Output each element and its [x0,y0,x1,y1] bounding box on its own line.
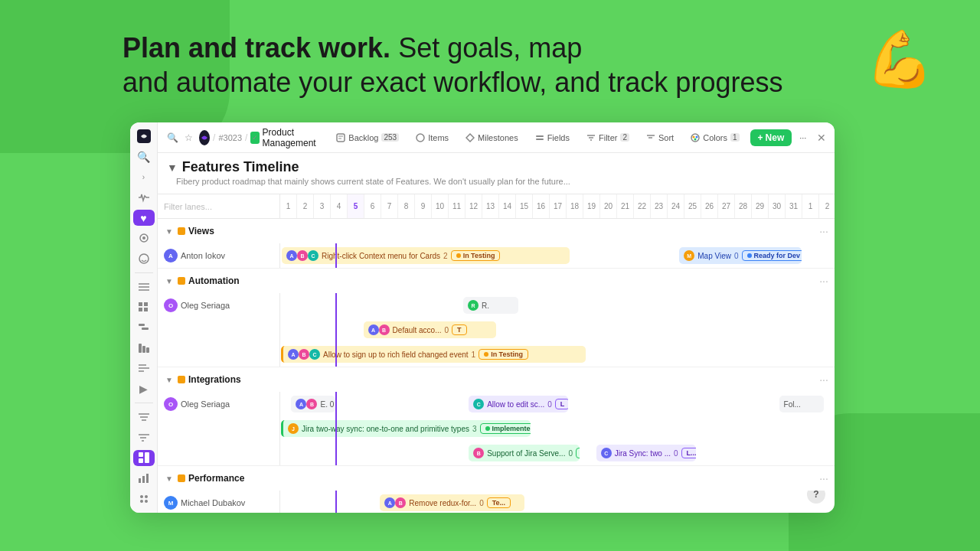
lane-more-button[interactable]: ··· [816,223,831,239]
date-cell: 19 [583,194,600,218]
close-button[interactable]: ✕ [814,130,829,145]
date-cell: 30 [769,194,786,218]
status-badge: In Testing [451,250,501,261]
filter-btn[interactable]: Filter 2 [580,131,635,145]
svg-rect-8 [144,302,148,306]
date-cell: 2 [819,194,835,218]
task-count: 0 [568,449,573,458]
sidebar-chevron-icon[interactable]: › [133,169,155,185]
date-cell: 29 [752,194,769,218]
sidebar-timeline-icon[interactable] [133,320,155,336]
breadcrumb: / #3023 / ✓ Product Management [199,127,324,148]
sidebar-filter-icon[interactable] [133,409,155,425]
task-count: 1 [472,350,476,359]
sidebar-play-icon[interactable]: ▶ [133,381,155,397]
task-bar[interactable]: A B C Right-click Context menu for Cards… [282,247,570,264]
issue-id[interactable]: #3023 [218,133,242,142]
row-label: O Oleg Seriaga [158,392,280,416]
row-label: A Anton Iokov [158,243,280,268]
sidebar-dots-icon[interactable] [133,491,155,507]
sidebar-chart-icon[interactable] [133,471,155,487]
sidebar-list-icon[interactable] [133,279,155,295]
svg-rect-15 [146,347,149,353]
status-badge: In Testing [479,349,528,360]
avatar: A [384,497,395,508]
task-label: E. 0 [320,400,334,409]
lane-more-button[interactable]: ··· [816,273,831,289]
sidebar-logo[interactable] [133,129,155,145]
task-label: Right-click Context menu for Cards [322,252,440,260]
milestones-tab[interactable]: Milestones [459,131,524,145]
task-bar[interactable]: A B Default acco... 0 T [364,321,497,338]
row-timeline: R R. [280,293,835,318]
project-name[interactable]: Product Management [263,127,325,148]
date-cell: 18 [567,194,583,218]
sidebar-circle-icon[interactable] [133,230,155,246]
collapse-icon[interactable]: ▼ [167,161,178,174]
task-label: Allow to sign up to rich field changed e… [323,350,469,359]
timeline-body[interactable]: ▼ Views ··· A Anton Iokov A [158,219,835,513]
date-cell: 24 [668,194,684,218]
lane-color-dot [178,277,185,285]
task-bar[interactable]: Fol... [779,396,824,412]
colors-btn[interactable]: Colors 1 [684,131,745,145]
svg-point-33 [140,500,143,503]
task-bar[interactable]: R R. [463,297,518,314]
filter-lanes-input[interactable] [158,194,280,218]
sort-btn[interactable]: Sort [640,131,680,145]
sidebar-active-icon[interactable] [133,450,155,466]
task-bar[interactable]: A B E. 0 [291,396,335,412]
avatar: A [164,249,178,262]
row-timeline: A B C Allow to sign up to rich field cha… [280,342,835,367]
items-tab[interactable]: Items [410,131,455,145]
avatar: M [164,496,178,510]
lane-color-dot [178,474,185,482]
lane-more-button[interactable]: ··· [816,471,831,486]
lane-toggle[interactable]: ▼ [164,226,175,236]
row-label: M Michael Dubakov [158,491,280,513]
task-bar[interactable]: C Jira Sync: two ... 0 L... [596,445,696,461]
sidebar-heart-icon[interactable]: ♥ [133,210,155,226]
lane-toggle[interactable]: ▼ [164,473,175,484]
task-label: Support of Jira Serve... [487,449,565,458]
lane-header: ▼ Performance ··· [158,466,835,491]
lane-toggle[interactable]: ▼ [164,374,175,385]
sidebar-smiley-icon[interactable] [133,250,155,266]
task-bar[interactable]: A B C Allow to sign up to rich field cha… [281,346,586,363]
star-icon[interactable]: ☆ [185,130,193,145]
nav-toolbar: Backlog 253 Items Milestones Fields [330,129,829,146]
lane-more-button[interactable]: ··· [816,372,831,387]
avatar: C [473,399,484,409]
task-bar[interactable]: B Support of Jira Serve... 0 Im... [469,445,580,461]
task-bar[interactable]: J Jira two-way sync: one-to-one and prim… [281,420,531,437]
date-cell: 17 [550,194,567,218]
backlog-tab[interactable]: Backlog 253 [330,131,405,145]
avatar: B [473,448,484,458]
sidebar-grid-icon[interactable] [133,299,155,315]
lane-toggle[interactable]: ▼ [164,276,175,286]
timeline-row-integrations-e: O Oleg Seriaga A B E. 0 C Allow to edit … [158,392,835,416]
search-icon[interactable]: 🔍 [167,130,178,145]
task-bar[interactable]: A B Remove redux-for... 0 Te... [380,494,524,511]
sidebar-sort-icon[interactable] [133,430,155,446]
task-bar[interactable]: C Allow to edit sc... 0 L [469,396,568,412]
sidebar-search-icon[interactable]: 🔍 [133,149,155,165]
avatar: C [308,250,318,261]
date-cell: 25 [684,194,701,218]
fields-tab[interactable]: Fields [529,131,576,145]
svg-point-32 [145,495,148,498]
timeline-row-performance-remove: M Michael Dubakov A B Remove redux-for..… [158,491,835,513]
lane-header: ▼ Automation ··· [158,269,835,293]
sidebar-pulse-icon[interactable] [133,190,155,206]
view-title: Features Timeline [182,159,299,175]
avatar: O [164,298,178,312]
today-line [335,491,337,513]
sidebar-lines-icon[interactable] [133,360,155,377]
workspace-icon [199,130,210,145]
date-cell: 21 [617,194,634,218]
task-bar[interactable]: M Map View 0 Ready for Dev [679,247,801,264]
date-cell: 1 [280,194,297,218]
sidebar-bar-icon[interactable] [133,341,155,357]
more-options-button[interactable]: ··· [796,131,809,145]
new-button[interactable]: + New [750,129,792,146]
